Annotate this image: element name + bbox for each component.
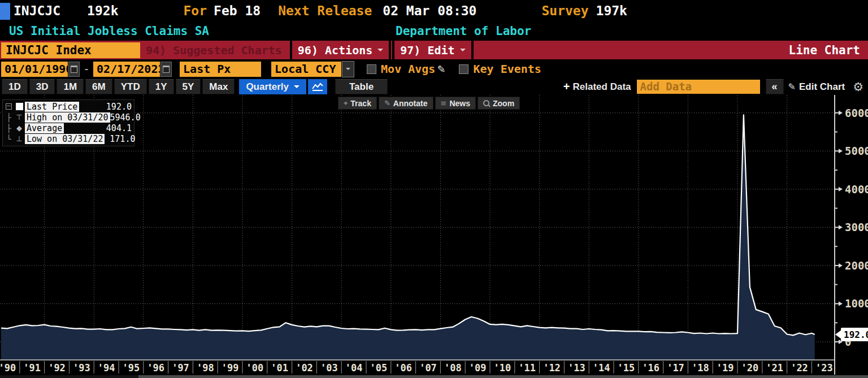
calendar-icon[interactable] [68, 62, 80, 77]
svg-text:'99: '99 [222, 362, 239, 373]
chart-area[interactable]: 0100020003000400050006000'90'91'92'93'94… [0, 95, 868, 378]
currency-select[interactable]: Local CCY [271, 62, 341, 77]
svg-text:'11: '11 [518, 362, 536, 373]
suggested-charts-button[interactable]: 94) Suggested Charts [146, 44, 282, 57]
calendar-glyph [71, 66, 77, 73]
svg-text:3000: 3000 [845, 221, 868, 233]
svg-text:'19: '19 [717, 362, 734, 373]
frequency-select[interactable]: Quarterly [239, 79, 306, 94]
red-ribbon: INJCJC Index 94) Suggested Charts 96) Ac… [0, 41, 868, 59]
period-tab-6m[interactable]: 6M [85, 79, 112, 94]
date-from-input[interactable]: 01/01/1990 [1, 62, 68, 77]
period-toolbar: 1D3D1M6MYTD1Y5YMax Quarterly Table + Rel… [0, 79, 868, 95]
svg-text:'93: '93 [73, 362, 90, 373]
average-icon: ◆ [14, 124, 25, 132]
legend-value: 5946.0 [110, 112, 141, 123]
edit-menu-button[interactable]: 97) Edit [392, 41, 473, 59]
svg-text:'04: '04 [345, 362, 363, 373]
ticker-symbol: INJCJC [14, 3, 60, 18]
pencil-icon[interactable]: ✎ [437, 63, 445, 75]
tree-branch: ├ [4, 113, 14, 122]
zoom-label: Zoom [493, 99, 514, 108]
period-tab-1y[interactable]: 1Y [149, 79, 174, 94]
frequency-label: Quarterly [246, 81, 289, 93]
calendar-icon[interactable] [160, 62, 172, 77]
collapse-tree-icon[interactable] [4, 102, 14, 111]
svg-text:'12: '12 [543, 362, 561, 373]
period-tab-ytd[interactable]: YTD [114, 79, 147, 94]
add-data-input[interactable]: Add Data [637, 80, 760, 94]
track-icon: ⌖ [344, 99, 348, 108]
actions-label: 96) Actions [298, 44, 372, 57]
related-data-label: Related Data [573, 81, 631, 93]
legend-label: Last Price [25, 102, 79, 112]
gear-icon[interactable]: ⚙ [853, 80, 863, 94]
news-tool-button[interactable]: ≡News [435, 97, 476, 110]
legend-label: High on 03/31/20 [25, 112, 110, 123]
edit-chart-button[interactable]: ✎ Edit Chart [788, 81, 845, 93]
svg-text:1000: 1000 [845, 297, 868, 310]
svg-text:'98: '98 [197, 362, 214, 373]
caret-down-icon [460, 49, 466, 54]
legend-value: 171.0 [105, 134, 135, 144]
caret-down-icon [346, 68, 350, 72]
collapse-box-icon[interactable] [6, 103, 12, 110]
swatch-icon [14, 103, 25, 110]
svg-text:'96: '96 [147, 362, 164, 373]
period-tab-5y[interactable]: 5Y [176, 79, 201, 94]
collapse-panel-button[interactable]: « [766, 79, 784, 94]
svg-text:'91: '91 [23, 362, 41, 373]
svg-text:'16: '16 [642, 362, 659, 373]
edit-chart-label: Edit Chart [799, 81, 845, 93]
related-data-button[interactable]: + Related Data [563, 80, 631, 93]
security-field[interactable]: INJCJC Index [1, 42, 140, 58]
annotate-tool-button[interactable]: ✎Annotate [379, 97, 433, 110]
currency-dropdown-button[interactable] [342, 61, 354, 77]
line-chart-icon-button[interactable] [308, 79, 327, 94]
svg-text:2000: 2000 [845, 259, 868, 272]
period-tab-1d[interactable]: 1D [2, 79, 28, 94]
price-field-input[interactable]: Last Px [180, 62, 261, 77]
legend-row: ├⊤High on 03/31/205946.0 [4, 112, 132, 123]
table-button[interactable]: Table [335, 79, 388, 94]
svg-text:'14: '14 [593, 362, 610, 373]
date-separator: - [83, 62, 90, 76]
svg-text:'20: '20 [741, 362, 759, 373]
date-to-input[interactable]: 02/17/2023 [93, 62, 160, 77]
mov-avgs-checkbox[interactable] [367, 64, 376, 74]
legend-row: └⊥Low on 03/31/22171.0 [4, 133, 132, 144]
svg-text:5000: 5000 [845, 145, 868, 157]
svg-text:'17: '17 [667, 362, 684, 373]
data-source: Department of Labor [396, 24, 531, 38]
legend-value: 404.1 [101, 123, 132, 133]
svg-text:'05: '05 [370, 362, 388, 373]
svg-text:'92: '92 [48, 362, 66, 373]
tree-branch: ├ [4, 124, 14, 133]
svg-text:6000: 6000 [845, 107, 868, 119]
bloomberg-terminal-window: INJCJC 192k For Feb 18 Next Release 02 M… [0, 0, 868, 378]
period-tabs: 1D3D1M6MYTD1Y5YMax [0, 79, 235, 94]
for-value: Feb 18 [214, 3, 261, 18]
high-icon: ⊤ [14, 113, 25, 121]
panel-indicator [0, 3, 10, 20]
period-tab-max[interactable]: Max [202, 79, 235, 94]
caret-down-icon [294, 85, 300, 91]
annotate-icon: ✎ [384, 99, 390, 107]
legend-value: 192.0 [101, 102, 132, 112]
track-tool-button[interactable]: ⌖Track [338, 97, 377, 110]
ticker-last-value: 192k [87, 3, 118, 18]
svg-text:'09: '09 [469, 362, 487, 373]
zoom-tool-button[interactable]: Zoom [478, 97, 520, 110]
svg-text:'23: '23 [815, 362, 833, 373]
svg-text:'02: '02 [296, 362, 313, 373]
edit-label: 97) Edit [400, 44, 454, 57]
next-release-label: Next Release [278, 3, 372, 18]
legend-row: Last Price192.0 [4, 101, 132, 112]
svg-text:'21: '21 [766, 362, 783, 373]
period-tab-3d[interactable]: 3D [29, 79, 55, 94]
security-description: US Initial Jobless Claims SA [9, 24, 209, 38]
low-icon: ⊥ [14, 134, 25, 143]
period-tab-1m[interactable]: 1M [57, 79, 84, 94]
actions-menu-button[interactable]: 96) Actions [290, 41, 391, 59]
key-events-checkbox[interactable] [459, 64, 468, 74]
